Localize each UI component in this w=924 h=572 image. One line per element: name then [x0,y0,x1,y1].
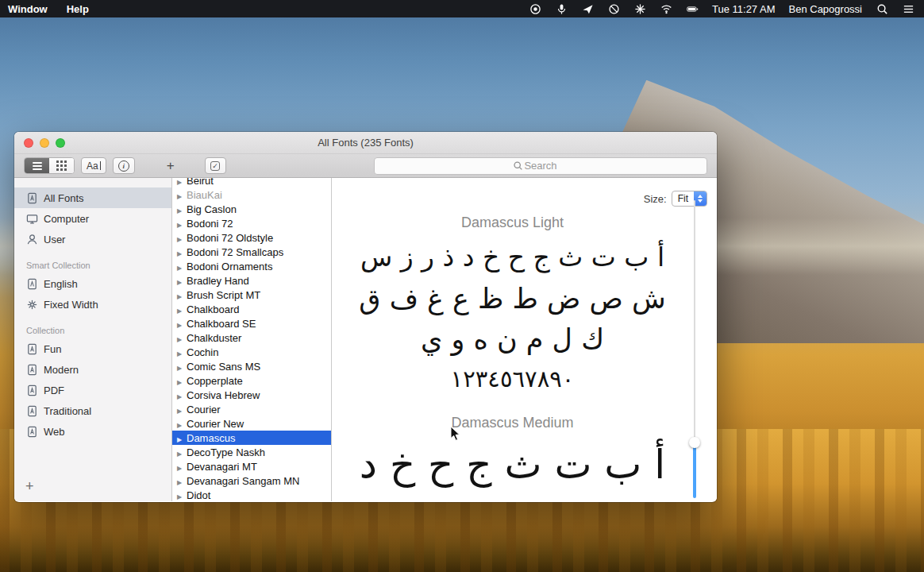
disclosure-triangle-icon[interactable] [172,489,187,501]
disclosure-triangle-icon[interactable] [172,261,187,272]
list-view-icon [33,162,42,170]
sidebar-item-computer[interactable]: Computer [14,208,171,229]
sidebar-item-user[interactable]: User [14,229,171,249]
disclosure-triangle-icon[interactable] [172,404,187,415]
search-input[interactable] [374,157,707,175]
title-bar[interactable]: All Fonts (235 Fonts) [14,132,717,154]
disclosure-triangle-icon[interactable] [172,346,187,358]
font-name: Bodoni 72 Smallcaps [187,246,283,258]
font-name: Devanagari MT [187,461,257,473]
add-collection-button[interactable]: + [25,478,34,495]
disclosure-triangle-icon[interactable] [172,303,187,315]
paper-plane-icon[interactable] [581,2,594,15]
smart-gear-icon [26,299,38,311]
menu-user-name[interactable]: Ben Capogrossi [789,3,863,15]
sidebar-item-pdf[interactable]: PDF [14,380,171,400]
disclosure-triangle-icon[interactable] [172,361,187,373]
font-list-item[interactable]: Copperplate [172,373,331,388]
disclosure-triangle-icon[interactable] [172,418,187,430]
font-list-item[interactable]: Brush Script MT [172,288,331,302]
font-list-item[interactable]: Devanagari Sangam MN [172,473,331,488]
computer-icon [26,213,38,225]
collection-icon [26,405,38,417]
font-list-item[interactable]: Bodoni Ornaments [172,259,331,273]
microphone-icon[interactable] [555,2,568,15]
font-list: BeirutBiauKaiBig CaslonBodoni 72Bodoni 7… [172,178,332,501]
font-list-item[interactable]: Devanagari MT [172,459,331,473]
grid-view-button[interactable] [49,158,74,173]
sidebar-item-english[interactable]: English [14,273,171,294]
disclosure-triangle-icon[interactable] [172,446,187,458]
sidebar-item-web[interactable]: Web [14,421,171,442]
disclosure-triangle-icon[interactable] [172,203,187,215]
font-list-item[interactable]: Bodoni 72 [172,216,331,230]
disclosure-triangle-icon[interactable] [172,218,187,230]
font-list-item[interactable]: Comic Sans MS [172,359,331,373]
search-field-wrap [374,157,707,175]
disclosure-triangle-icon[interactable] [172,232,187,244]
battery-icon[interactable] [686,2,699,15]
sidebar-item-traditional[interactable]: Traditional [14,400,171,421]
preview-pane: Size: Fit Damascus Light أ ب ت ث ج ح خ د… [332,178,717,501]
bluetooth-keyboard-icon[interactable] [633,2,646,15]
font-list-item[interactable]: Big Caslon [172,202,331,216]
disclosure-triangle-icon[interactable] [172,189,187,201]
wifi-icon[interactable] [660,2,672,15]
disclosure-triangle-icon[interactable] [172,275,187,287]
sidebar-item-fun[interactable]: Fun [14,338,171,359]
font-list-item[interactable]: Bradley Hand [172,273,331,288]
disclosure-triangle-icon[interactable] [172,246,187,258]
menu-window[interactable]: Window [8,3,48,15]
font-name: Corsiva Hebrew [187,389,260,401]
font-list-item[interactable]: Beirut [172,178,331,187]
size-popup[interactable]: Fit [672,191,707,207]
sidebar-item-label: English [44,278,78,290]
disclosure-triangle-icon[interactable] [172,432,187,444]
font-name: Chalkboard SE [187,318,256,330]
font-list-item[interactable]: Cochin [172,345,331,359]
sidebar-item-fixed-width[interactable]: Fixed Width [14,294,171,315]
spotlight-search-icon[interactable] [876,2,888,15]
disclosure-triangle-icon[interactable] [172,461,187,473]
menu-bar-menus: Window Help [0,3,89,15]
add-font-button[interactable]: + [160,158,181,174]
font-list-item[interactable]: Bodoni 72 Oldstyle [172,230,331,245]
font-list-item[interactable]: Courier [172,402,331,416]
disclosure-triangle-icon[interactable] [172,375,187,387]
sidebar-item-all-fonts[interactable]: All Fonts [14,187,171,208]
font-list-item[interactable]: Chalkboard [172,302,331,316]
font-list-item[interactable]: Courier New [172,416,331,431]
font-list-item[interactable]: Chalkduster [172,330,331,345]
list-view-button[interactable] [25,158,49,173]
disclosure-triangle-icon[interactable] [172,178,187,187]
slider-knob[interactable] [689,437,700,448]
preview-font-title: Damascus Light [356,213,669,232]
font-list-item[interactable]: DecoType Naskh [172,445,331,459]
font-list-item[interactable]: Damascus [172,431,331,445]
font-list-item[interactable]: Chalkboard SE [172,316,331,330]
disclosure-triangle-icon[interactable] [172,475,187,487]
font-list-item[interactable]: Didot [172,488,331,501]
sidebar-item-modern[interactable]: Modern [14,359,171,380]
disclosure-triangle-icon[interactable] [172,318,187,330]
menu-bar-status: Tue 11:27 AM Ben Capogrossi [529,2,924,15]
disclosure-triangle-icon[interactable] [172,289,187,301]
do-not-disturb-icon[interactable] [607,2,620,15]
font-list-item[interactable]: Bodoni 72 Smallcaps [172,245,331,259]
size-slider[interactable] [693,200,696,498]
font-name: Courier New [187,418,244,430]
font-name: Courier [187,404,221,415]
sample-text-button[interactable]: Aa [81,157,106,174]
disclosure-triangle-icon[interactable] [172,389,187,401]
validate-font-button[interactable]: ✓ [205,157,226,174]
font-list-item[interactable]: BiauKai [172,187,331,202]
menu-clock[interactable]: Tue 11:27 AM [712,3,776,15]
notification-center-icon[interactable] [902,2,914,15]
screen-record-icon[interactable] [529,2,541,15]
font-list-item[interactable]: Corsiva Hebrew [172,388,331,402]
font-info-button[interactable]: i [113,157,135,174]
disclosure-triangle-icon[interactable] [172,332,187,344]
font-name: Big Caslon [187,203,237,215]
collection-icon [26,343,38,355]
menu-help[interactable]: Help [67,3,89,15]
